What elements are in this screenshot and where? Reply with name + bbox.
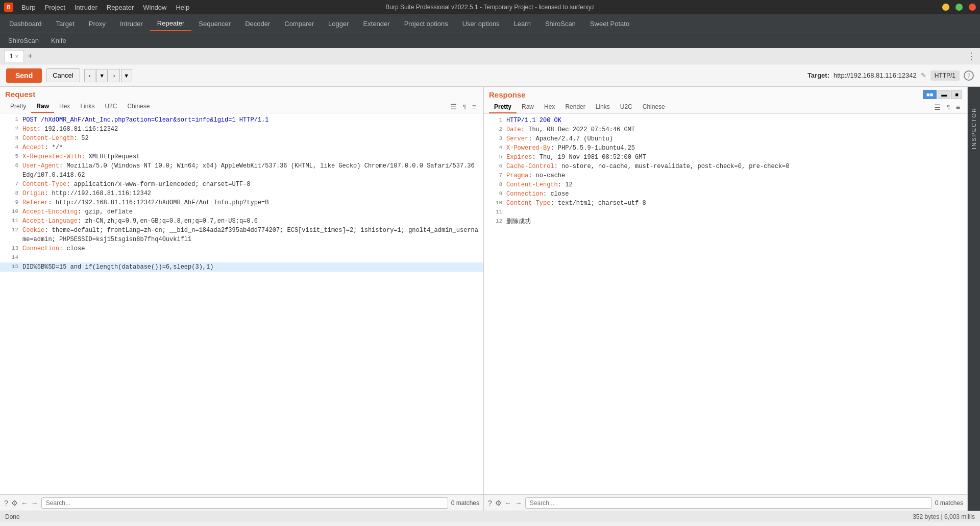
view-btn-grid[interactable]: ■■ — [923, 90, 937, 99]
request-toolbar-icon[interactable]: ☰ — [448, 102, 459, 112]
req-line-2: 2 Host: 192.168.81.116:12342 — [0, 125, 483, 134]
cancel-button[interactable]: Cancel — [46, 68, 80, 82]
view-btn-list[interactable]: ▬ — [938, 90, 950, 99]
response-search-settings[interactable]: ⚙ — [495, 499, 502, 507]
toolbar-help-icon[interactable]: ? — [964, 70, 974, 81]
tab-bar: 1 × + ⋮ — [0, 48, 980, 64]
request-search-input[interactable] — [41, 497, 448, 509]
req-line-10: 10 Accept-Encoding: gzip, deflate — [0, 207, 483, 217]
nav-tab2-knife[interactable]: Knife — [45, 35, 72, 46]
req-line-6: 6 User-Agent: Mozilla/5.0 (Windows NT 10… — [0, 161, 483, 180]
nav-tab2-shiroscan[interactable]: ShiroScan — [2, 35, 45, 46]
response-toolbar-icon[interactable]: ☰ — [932, 102, 943, 112]
tab-1-close[interactable]: × — [15, 54, 18, 59]
response-tab-hex[interactable]: Hex — [539, 101, 560, 113]
resp-line-12: 12 删除成功 — [484, 217, 967, 226]
menu-intruder[interactable]: Intruder — [70, 3, 102, 12]
request-panel: Request Pretty Raw Hex Links U2C Chinese… — [0, 87, 484, 511]
request-tab-links[interactable]: Links — [75, 101, 100, 113]
request-search-forward[interactable]: → — [31, 499, 38, 507]
request-ln-icon[interactable]: ¶ — [461, 103, 468, 111]
request-search-bar: ? ⚙ ← → 0 matches — [0, 494, 483, 511]
request-tab-u2c[interactable]: U2C — [100, 101, 122, 113]
nav-tab-sweet-potato[interactable]: Sweet Potato — [583, 17, 636, 31]
req-line-11: 11 Accept-Language: zh-CN,zh;q=0.9,en-GB… — [0, 217, 483, 226]
resp-line-7: 7 Pragma: no-cache — [484, 171, 967, 180]
response-tab-links[interactable]: Links — [591, 101, 615, 113]
http-version-selector[interactable]: HTTP/1 — [930, 70, 960, 81]
nav-tab-logger[interactable]: Logger — [321, 17, 356, 31]
target-label: Target: — [807, 71, 829, 79]
request-menu-icon[interactable]: ≡ — [470, 102, 478, 112]
response-tab-raw[interactable]: Raw — [517, 101, 539, 113]
nav-tab-user-options[interactable]: User options — [455, 17, 507, 31]
nav-forward-button[interactable]: › — [109, 69, 120, 82]
nav-tab-extender[interactable]: Extender — [356, 17, 397, 31]
view-btn-compact[interactable]: ■ — [951, 90, 962, 99]
nav-tab-learn[interactable]: Learn — [507, 17, 538, 31]
target-info: Target: http://192.168.81.116:12342 ✎ HT… — [807, 70, 974, 81]
response-tab-u2c[interactable]: U2C — [615, 101, 638, 113]
request-tab-hex[interactable]: Hex — [54, 101, 75, 113]
req-line-4: 4 Accept: */* — [0, 143, 483, 152]
response-menu-icon[interactable]: ≡ — [954, 102, 962, 112]
nav-forward-dropdown[interactable]: ▼ — [121, 69, 132, 82]
maximize-button[interactable] — [955, 4, 963, 11]
nav-tab-proxy[interactable]: Proxy — [82, 17, 113, 31]
resp-line-5: 5 Expires: Thu, 19 Nov 1981 08:52:00 GMT — [484, 153, 967, 162]
response-ln-icon[interactable]: ¶ — [945, 103, 952, 111]
req-line-12: 12 Cookie: theme=default; frontLang=zh-c… — [0, 226, 483, 244]
response-tabs: Pretty Raw Hex Render Links U2C Chinese … — [489, 101, 962, 113]
menu-help[interactable]: Help — [172, 3, 193, 12]
request-tab-raw[interactable]: Raw — [31, 101, 54, 113]
inspector-sidebar[interactable]: INSPECTOR — [968, 87, 980, 511]
nav-tab-decoder[interactable]: Decoder — [238, 17, 277, 31]
response-tab-chinese[interactable]: Chinese — [638, 101, 670, 113]
response-search-back[interactable]: ← — [505, 499, 512, 507]
nav-tab-comparer[interactable]: Comparer — [277, 17, 321, 31]
send-button[interactable]: Send — [6, 68, 42, 83]
nav-bar: Dashboard Target Proxy Intruder Repeater… — [0, 14, 980, 33]
nav-tab-project-options[interactable]: Project options — [397, 17, 455, 31]
request-tab-chinese[interactable]: Chinese — [122, 101, 155, 113]
response-search-forward[interactable]: → — [515, 499, 522, 507]
request-search-settings[interactable]: ⚙ — [11, 499, 18, 507]
response-search-input[interactable] — [525, 497, 932, 509]
nav-tab-target[interactable]: Target — [49, 17, 82, 31]
resp-line-8: 8 Content-Length: 12 — [484, 180, 967, 189]
req-line-8: 8 Origin: http://192.168.81.116:12342 — [0, 189, 483, 198]
toolbar: Send Cancel ‹ ▼ › ▼ Target: http://192.1… — [0, 64, 980, 87]
menu-burp[interactable]: Burp — [17, 3, 39, 12]
nav-back-dropdown[interactable]: ▼ — [96, 69, 108, 82]
request-code-area[interactable]: 1 POST /hXdOMR_AhF/Ant_Inc.php?action=Cl… — [0, 113, 483, 494]
menu-repeater[interactable]: Repeater — [103, 3, 138, 12]
nav-back-button[interactable]: ‹ — [84, 69, 95, 82]
tab-1[interactable]: 1 × — [4, 50, 24, 62]
request-matches-count: 0 matches — [451, 499, 479, 507]
request-search-help[interactable]: ? — [4, 499, 8, 507]
nav-bar2: ShiroScan Knife — [0, 33, 980, 48]
menu-window[interactable]: Window — [139, 3, 170, 12]
title-bar-left: B Burp Project Intruder Repeater Window … — [4, 3, 193, 12]
target-edit-icon[interactable]: ✎ — [921, 71, 926, 79]
response-tab-render[interactable]: Render — [560, 101, 590, 113]
nav-tab-shiroscan[interactable]: ShiroScan — [538, 17, 583, 31]
tab-more-button[interactable]: ⋮ — [967, 51, 976, 62]
tab-add-button[interactable]: + — [24, 50, 37, 63]
response-tab-pretty[interactable]: Pretty — [489, 101, 517, 113]
request-tab-pretty[interactable]: Pretty — [5, 101, 31, 113]
response-search-help[interactable]: ? — [488, 499, 492, 507]
close-button[interactable] — [969, 4, 976, 11]
nav-tab-repeater[interactable]: Repeater — [150, 16, 191, 31]
inspector-label[interactable]: INSPECTOR — [971, 107, 977, 149]
response-code-area[interactable]: 1 HTTP/1.1 200 OK 2 Date: Thu, 08 Dec 20… — [484, 114, 967, 494]
menu-project[interactable]: Project — [40, 3, 69, 12]
nav-tab-sequencer[interactable]: Sequencer — [191, 17, 238, 31]
nav-tab-intruder[interactable]: Intruder — [113, 17, 150, 31]
nav-tab-dashboard[interactable]: Dashboard — [2, 17, 49, 31]
main-content: Request Pretty Raw Hex Links U2C Chinese… — [0, 87, 980, 511]
minimize-button[interactable] — [942, 4, 949, 11]
request-search-back[interactable]: ← — [21, 499, 28, 507]
title-bar-buttons — [942, 4, 976, 11]
response-matches-count: 0 matches — [935, 499, 963, 507]
